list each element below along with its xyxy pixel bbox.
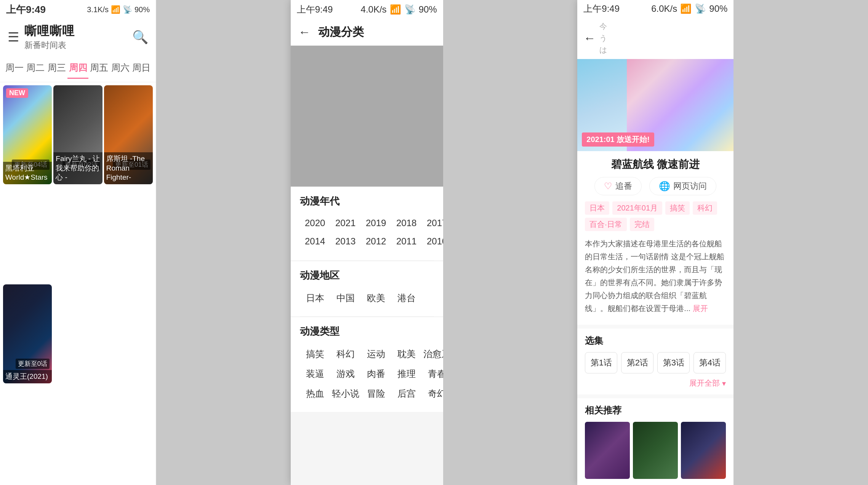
status-icons-1: 3.1K/s 📶 📡 90% bbox=[87, 5, 150, 14]
tab-monday[interactable]: 周一 bbox=[4, 58, 25, 79]
sidebar-label-1: 今 bbox=[599, 21, 607, 32]
expand-all-label: 展开全部 bbox=[689, 378, 720, 388]
banner-year-badge: 2021:01 放送开始! bbox=[582, 132, 654, 147]
anime-name: 碧蓝航线 微速前进 bbox=[585, 157, 726, 172]
expand-desc-button[interactable]: 展开 bbox=[693, 304, 708, 313]
type-healing[interactable]: 治愈系 bbox=[422, 345, 443, 363]
episodes-title: 选集 bbox=[585, 335, 726, 347]
type-fantasy[interactable]: 奇幻 bbox=[422, 384, 443, 403]
rec-card-1[interactable] bbox=[585, 422, 630, 479]
type-youth[interactable]: 青春 bbox=[422, 365, 443, 383]
update-tag-4: 更新至0话 bbox=[16, 359, 50, 369]
tag-genre2[interactable]: 科幻 bbox=[693, 201, 717, 215]
tab-sunday[interactable]: 周日 bbox=[131, 58, 152, 79]
sidebar-label-3: は bbox=[599, 45, 607, 55]
rec-card-3[interactable] bbox=[681, 422, 726, 479]
type-harem[interactable]: 后宫 bbox=[391, 384, 422, 403]
region-hktw[interactable]: 港台 bbox=[391, 289, 422, 307]
episode-grid: 第1话 第2话 第3话 第4话 bbox=[585, 352, 726, 373]
type-scifi[interactable]: 科幻 bbox=[330, 345, 361, 363]
tab-thursday[interactable]: 周四 bbox=[67, 58, 89, 79]
back-button-3[interactable]: ← bbox=[583, 31, 596, 45]
type-section: 动漫类型 搞笑 科幻 运动 耽美 治愈系 罗莉 真人 装逼 游戏 肉番 推理 青… bbox=[291, 317, 443, 412]
type-ecchi[interactable]: 肉番 bbox=[361, 365, 391, 383]
tab-wednesday[interactable]: 周三 bbox=[46, 58, 67, 79]
new-badge: NEW bbox=[6, 88, 28, 98]
search-button[interactable]: 🔍 bbox=[132, 29, 148, 45]
anime-banner: 2021:01 放送开始! bbox=[577, 59, 733, 151]
battery-1: 90% bbox=[135, 5, 150, 14]
chevron-down-icon: ▾ bbox=[722, 379, 726, 388]
type-game[interactable]: 游戏 bbox=[330, 365, 361, 383]
tab-friday[interactable]: 周五 bbox=[88, 58, 110, 79]
wifi-icon-2: 📡 bbox=[404, 4, 416, 15]
type-action[interactable]: 热血 bbox=[300, 384, 330, 403]
signal-icon-3: 📶 bbox=[680, 3, 692, 14]
anime-card-4[interactable]: 更新至0话 通灵王(2021) bbox=[3, 284, 52, 383]
rec-card-2[interactable] bbox=[633, 422, 678, 479]
type-op[interactable]: 装逼 bbox=[300, 365, 330, 383]
anime-card-2[interactable]: 更新至02话 Fairy兰丸 - 让我来帮助你的心 - bbox=[53, 85, 102, 184]
tag-country[interactable]: 日本 bbox=[585, 201, 609, 215]
episode-3[interactable]: 第3话 bbox=[657, 352, 690, 373]
region-western[interactable]: 欧美 bbox=[361, 289, 391, 307]
anime-info: 碧蓝航线 微速前进 ♡ 追番 🌐 网页访问 日本 2021年01月 搞笑 科幻 … bbox=[577, 151, 733, 325]
episode-4[interactable]: 第4话 bbox=[693, 352, 726, 373]
anime-title-2: Fairy兰丸 - 让我来帮助你的心 - bbox=[53, 152, 102, 184]
year-2021[interactable]: 2021 bbox=[330, 215, 361, 231]
wifi-icon-1: 📡 bbox=[123, 5, 132, 14]
tag-season[interactable]: 2021年01月 bbox=[612, 201, 662, 215]
region-china[interactable]: 中国 bbox=[330, 289, 361, 307]
year-2011[interactable]: 2011 bbox=[391, 233, 422, 251]
follow-button[interactable]: ♡ 追番 bbox=[594, 177, 642, 195]
menu-button[interactable]: ☰ bbox=[8, 29, 19, 45]
region-empty1 bbox=[422, 289, 443, 307]
web-visit-button[interactable]: 🌐 网页访问 bbox=[649, 177, 716, 195]
type-lightnovel[interactable]: 轻小说 bbox=[330, 384, 361, 403]
back-button-2[interactable]: ← bbox=[298, 25, 311, 39]
region-title: 动漫地区 bbox=[300, 269, 434, 282]
category-content: 动漫年代 2020 2021 2019 2018 2017 2016 2015 … bbox=[291, 187, 443, 485]
episode-2[interactable]: 第2话 bbox=[621, 352, 653, 373]
era-row-1: 2020 2021 2019 2018 2017 2016 2015 bbox=[300, 215, 434, 231]
region-japan[interactable]: 日本 bbox=[300, 289, 330, 307]
year-2020[interactable]: 2020 bbox=[300, 215, 330, 231]
anime-actions: ♡ 追番 🌐 网页访问 bbox=[585, 177, 726, 195]
year-2018[interactable]: 2018 bbox=[391, 215, 422, 231]
anime-title-1: 黑塔利亚 World★Stars bbox=[3, 162, 52, 184]
year-2014[interactable]: 2014 bbox=[300, 233, 330, 251]
anime-card-3[interactable]: 更新至01话 席斯坦 -The Roman Fighter- bbox=[104, 85, 153, 184]
battery-3: 90% bbox=[709, 3, 727, 14]
status-bar-1: 上午9:49 3.1K/s 📶 📡 90% bbox=[0, 0, 156, 19]
year-2012[interactable]: 2012 bbox=[361, 233, 391, 251]
type-bl[interactable]: 耽美 bbox=[391, 345, 422, 363]
anime-card-1[interactable]: NEW 更新至04话 黑塔利亚 World★Stars bbox=[3, 85, 52, 184]
header-left-1: ☰ 嘶哩嘶哩 新番时间表 bbox=[8, 23, 75, 51]
follow-label: 追番 bbox=[615, 180, 632, 192]
year-2017[interactable]: 2017 bbox=[422, 215, 443, 231]
tag-genre3[interactable]: 百合·日常 bbox=[585, 218, 627, 231]
year-2010[interactable]: 2010 bbox=[422, 233, 443, 251]
tag-status[interactable]: 完结 bbox=[630, 218, 654, 231]
year-2019[interactable]: 2019 bbox=[361, 215, 391, 231]
year-2013[interactable]: 2013 bbox=[330, 233, 361, 251]
tab-saturday[interactable]: 周六 bbox=[110, 58, 131, 79]
category-header: ← 动漫分类 bbox=[291, 19, 443, 46]
app-branding: 嘶哩嘶哩 新番时间表 bbox=[24, 23, 75, 51]
type-mystery[interactable]: 推理 bbox=[391, 365, 422, 383]
expand-all-button[interactable]: 展开全部 ▾ bbox=[585, 378, 726, 388]
type-adventure[interactable]: 冒险 bbox=[361, 384, 391, 403]
type-row-2: 装逼 游戏 肉番 推理 青春 恐怖 机战 bbox=[300, 365, 434, 383]
signal-icon-1: 📶 bbox=[111, 5, 120, 14]
heart-icon: ♡ bbox=[604, 181, 612, 191]
wifi-icon-3: 📡 bbox=[695, 3, 706, 14]
signal-icon-2: 📶 bbox=[390, 4, 401, 15]
type-sports[interactable]: 运动 bbox=[361, 345, 391, 363]
tab-tuesday[interactable]: 周二 bbox=[25, 58, 46, 79]
type-comedy[interactable]: 搞笑 bbox=[300, 345, 330, 363]
network-speed-1: 3.1K/s bbox=[87, 5, 109, 14]
tag-genre1[interactable]: 搞笑 bbox=[665, 201, 690, 215]
time-3: 上午9:49 bbox=[583, 3, 620, 15]
screen-1: 上午9:49 3.1K/s 📶 📡 90% ☰ 嘶哩嘶哩 新番时间表 🔍 周一 … bbox=[0, 0, 156, 485]
episode-1[interactable]: 第1话 bbox=[585, 352, 617, 373]
